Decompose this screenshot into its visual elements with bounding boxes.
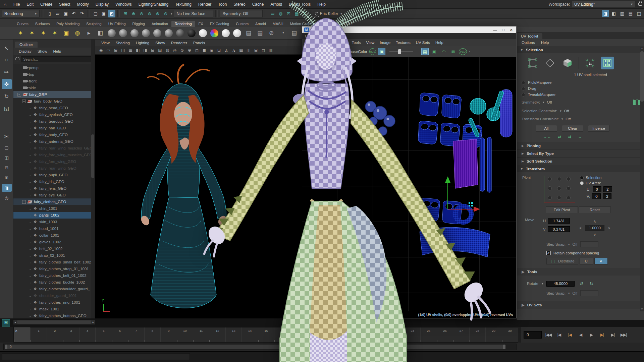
shelf-icon[interactable]: ✶ (15, 28, 25, 38)
outliner-item[interactable]: − → ❖ mask_1001 (13, 306, 95, 312)
snap-icon[interactable]: ⊞ (122, 10, 129, 17)
isolate-curve-icon[interactable]: ◠ (440, 48, 447, 55)
timeline-frame[interactable]: 8 (144, 327, 160, 342)
rotate-ccw-button[interactable]: ↺ (578, 280, 585, 287)
outliner-item[interactable]: − → ❖ fairy_pupil_GEO (13, 172, 95, 178)
outliner-item[interactable]: − → ❖ fairy_rear_wing_muscles_GEO (13, 145, 95, 152)
selection-button[interactable]: Clear (562, 125, 583, 132)
outliner-item[interactable]: − → ❖ fairy_clothes_buckle_1002 (13, 279, 95, 286)
workspace-select[interactable]: UV Editing* ▼ (572, 1, 636, 8)
pivot-selection-radio[interactable]: Selection (580, 176, 612, 180)
shelf-icon[interactable]: ✶ (38, 28, 48, 38)
shelf-icon[interactable]: ⊘ (266, 28, 276, 38)
viewport-toolbar-icon[interactable]: ◭ (223, 47, 230, 54)
tool-icon[interactable]: ⊞ (2, 174, 12, 182)
outliner-item[interactable]: − → ❖ belt_02_1002 (13, 245, 95, 252)
tool-icon[interactable]: ◎ (2, 194, 12, 202)
viewport-toolbar-icon[interactable]: ◧ (135, 47, 141, 54)
viewport-toolbar-icon[interactable]: ⊕ (186, 47, 193, 54)
tool-icon[interactable]: ◫ (2, 154, 12, 162)
viewport-toolbar-icon[interactable]: ◻ (260, 47, 267, 54)
image-dim-slider[interactable] (389, 51, 413, 52)
shelf-icon[interactable]: ◔ (278, 28, 288, 38)
distribute-u-button[interactable]: U (580, 258, 593, 264)
tool-icon[interactable]: ✜ (2, 79, 12, 89)
tool-icon[interactable]: ✂ (2, 131, 12, 141)
uv-editor-menu-item[interactable]: Edit (304, 41, 316, 45)
viewport-toolbar-icon[interactable]: ◮ (230, 47, 237, 54)
outliner-item[interactable]: − → ❖ skirt_1003 (13, 219, 95, 225)
timeline-frame[interactable]: 2 (47, 327, 63, 342)
viewport-toolbar-icon[interactable]: ◫ (120, 47, 126, 54)
tool-icon[interactable]: ◱ (2, 103, 12, 113)
uv-area-v-min[interactable]: 0 (592, 193, 601, 199)
selection-button[interactable]: All (536, 125, 557, 132)
uv-editor-menu-item[interactable]: Image (377, 41, 393, 45)
outliner-item[interactable]: − → ❖ pants_1002 (13, 212, 95, 219)
uv-editor-titlebar[interactable]: M UV Editor —□✕ (302, 26, 516, 33)
shelf-icon[interactable] (221, 28, 231, 38)
timeline-frame[interactable]: 13 (225, 327, 241, 342)
render-icon[interactable]: ▦ (293, 10, 301, 17)
outliner-item[interactable]: − → ❖ fairy_lens_GEO (13, 185, 95, 192)
shelf-icon[interactable] (152, 28, 162, 38)
snap-icon[interactable]: ⊛ (154, 10, 161, 17)
viewport-toolbar-icon[interactable]: ◉ (98, 47, 104, 54)
transport-button[interactable]: |◀◀ (544, 330, 553, 339)
selection-section-header[interactable]: ▼Selection (517, 46, 644, 53)
window-button[interactable]: □ (502, 28, 504, 32)
menu-set-select[interactable]: Rendering ▼ (2, 10, 40, 17)
outliner-item[interactable]: − → ❖ fairy_GRP (13, 91, 95, 98)
viewport-menu-item[interactable]: Renderer (168, 41, 190, 45)
uv-editor-menu-item[interactable]: Help (433, 41, 446, 45)
viewport-menu-item[interactable]: View (98, 41, 113, 45)
outliner-item[interactable]: − → ❖ fairy_body_GEO (13, 131, 95, 138)
current-frame-field[interactable]: 0 (524, 331, 542, 339)
viewport-menu-item[interactable]: Shading (113, 41, 133, 45)
snap-icon[interactable]: ⊘ (162, 10, 169, 17)
transport-button[interactable]: |◀ (554, 330, 564, 339)
tool-icon[interactable]: ↻ (2, 91, 12, 101)
shelf-tab[interactable]: Curves (13, 21, 32, 27)
tool-icon[interactable]: ↖ (2, 43, 12, 53)
timeline-frame[interactable]: 19 (323, 327, 339, 342)
shelf-icon[interactable] (232, 28, 242, 38)
shelf-icon[interactable]: ▤ (244, 28, 254, 38)
collapsed-section-header[interactable]: ▶Soft Selection (517, 157, 644, 165)
render-icon[interactable]: ‖ (301, 10, 309, 17)
uv-editor-menu-item[interactable]: View (364, 41, 377, 45)
timeline-frame[interactable]: 27 (453, 327, 469, 342)
viewport-toolbar-icon[interactable]: ▭ (105, 47, 112, 54)
select-uv-shell-icon[interactable] (601, 57, 614, 69)
move-right-button[interactable]: > (608, 226, 610, 230)
shelf-icon[interactable] (141, 28, 151, 38)
render-icon[interactable]: ▭ (269, 10, 276, 17)
uv-area-u-min[interactable]: 0 (593, 186, 601, 192)
shelf-icon[interactable] (209, 28, 219, 38)
menu-item[interactable]: Display (92, 0, 112, 9)
shelf-icon[interactable]: ▸ (84, 28, 94, 38)
viewport-menu-item[interactable]: Panels (190, 41, 208, 45)
timeline-frame[interactable]: 30 (502, 327, 518, 342)
timeline-frame[interactable]: 6 (112, 327, 128, 342)
file-icon[interactable]: ↷ (78, 10, 86, 17)
timeline-frame[interactable]: 18 (307, 327, 323, 342)
timeline-frame[interactable]: 29 (485, 327, 501, 342)
uv-toolkit-tab[interactable]: UV Toolkit (517, 33, 542, 39)
chevron-down-icon[interactable]: ▾ (322, 50, 324, 53)
outliner-item[interactable]: − → ❖ top (13, 71, 95, 78)
menu-item[interactable]: Help (314, 0, 329, 9)
file-icon[interactable]: ▣ (62, 10, 69, 17)
shelf-icon[interactable] (118, 28, 128, 38)
shelf-icon[interactable] (164, 28, 174, 38)
render-icon[interactable]: ⊡ (285, 10, 292, 17)
timeline-frame[interactable]: 3 (63, 327, 79, 342)
viewport-toolbar-icon[interactable]: ◍ (164, 47, 171, 54)
transport-button[interactable]: ▶| (608, 330, 618, 339)
window-button[interactable]: ✕ (510, 28, 513, 32)
move-up-button[interactable]: ∧ (593, 219, 596, 224)
distribute-button[interactable]: ⋮⋮Distribute (546, 258, 578, 264)
transport-button[interactable]: ◀ (576, 330, 585, 339)
edit-pivot-button[interactable]: Edit Pivot (546, 206, 578, 213)
panel-toggle-icon[interactable]: ▥ (619, 10, 626, 17)
